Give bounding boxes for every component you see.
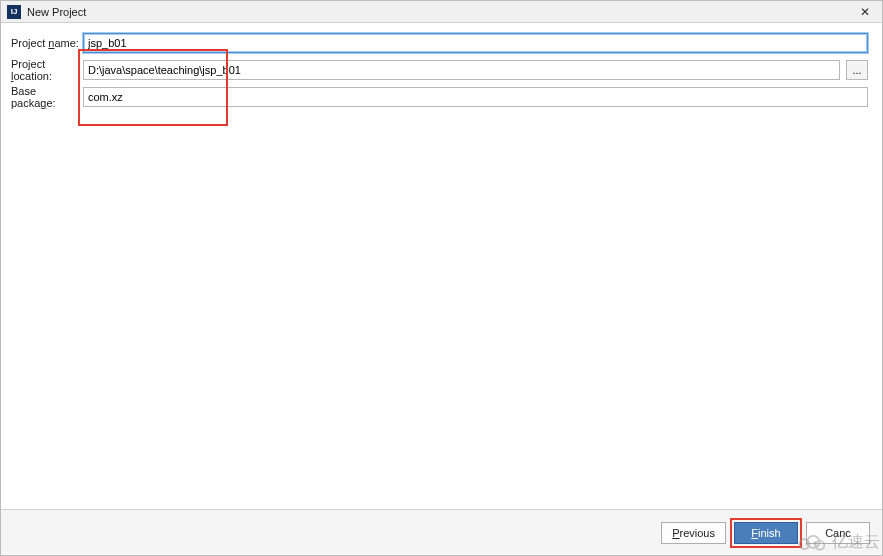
- project-location-input[interactable]: [83, 60, 840, 80]
- cancel-button[interactable]: Canc: [806, 522, 870, 544]
- project-name-input[interactable]: [83, 33, 868, 53]
- close-button[interactable]: ✕: [854, 3, 876, 21]
- previous-button[interactable]: Previous: [661, 522, 726, 544]
- label-project-name: Project name:: [11, 37, 83, 49]
- dialog-content: Project name: Project location: ... Base…: [1, 23, 882, 509]
- dialog-window: IJ New Project ✕ Project name: Project l…: [0, 0, 883, 556]
- label-project-location: Project location:: [11, 58, 83, 82]
- window-title: New Project: [27, 6, 854, 18]
- titlebar: IJ New Project ✕: [1, 1, 882, 23]
- finish-button[interactable]: Finish: [734, 522, 798, 544]
- base-package-input[interactable]: [83, 87, 868, 107]
- close-icon: ✕: [860, 5, 870, 19]
- dialog-footer: Previous Finish Canc 亿速云: [1, 509, 882, 555]
- row-project-location: Project location: ...: [11, 60, 868, 80]
- app-icon: IJ: [7, 5, 21, 19]
- row-base-package: Base package:: [11, 87, 868, 107]
- label-base-package: Base package:: [11, 85, 83, 109]
- browse-location-button[interactable]: ...: [846, 60, 868, 80]
- row-project-name: Project name:: [11, 33, 868, 53]
